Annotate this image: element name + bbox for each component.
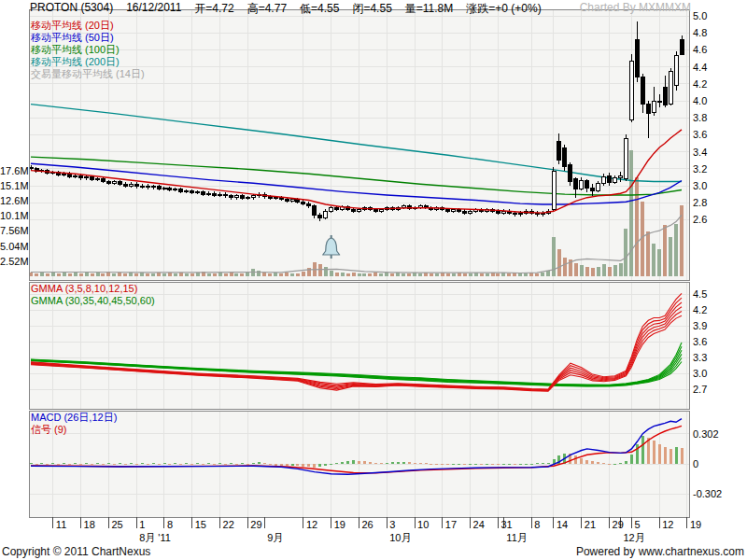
volume-axis-label: 12.6M [0,195,27,206]
date-tick-label: 5 [634,519,640,530]
quote-close: 闭=4.55 [352,1,391,14]
gmma-axis-label: 3.3 [693,352,707,363]
date-tick-label: 15 [195,519,206,530]
main-panel-legend: 移动平均线 (20日)移动平均线 (50日)移动平均线 (100日)移动平均线 … [31,20,145,80]
volume-axis-label: 5.04M [0,241,27,252]
quote-low: 低=4.55 [300,1,339,14]
volume-axis-label: 2.52M [0,256,27,267]
date-tick-label: 29 [613,519,624,530]
legend-item: 移动平均线 (50日) [31,32,145,44]
price-axis-label: 4.8 [693,27,707,38]
price-axis-label: 5.0 [693,10,707,21]
price-axis-label: 3.4 [693,147,707,158]
date-tick-label: 19 [334,519,345,530]
gmma-axis-label: 3.6 [693,336,707,347]
macd-panel [29,411,689,517]
date-tick-label: 21 [585,519,596,530]
volume-axis-label: 17.6M [0,165,27,176]
date-tick-label: 29 [250,519,261,530]
price-axis-label: 4.6 [693,44,707,55]
gmma-axis-label: 3.0 [693,368,707,379]
date-tick-label: 12 [662,519,673,530]
gmma-axis-label: 3.9 [693,320,707,331]
volume-axis-label: 15.1M [0,180,27,191]
price-axis-label: 4.2 [693,78,707,90]
date-tick-label: 12 [306,519,317,530]
month-label: 12月 [623,531,644,545]
price-axis-label: 4.0 [693,95,707,106]
gmma-axis-label: 2.7 [693,384,707,395]
legend-item: 移动平均线 (100日) [31,44,145,56]
gmma-axis-label: 4.5 [693,288,707,300]
symbol-title: PROTON (5304) [30,1,113,14]
date-tick-label: 31 [500,519,512,530]
legend-item: GMMA (30,35,40,45,50,60) [31,295,155,307]
legend-item: 信号 (9) [31,424,117,436]
macd-axis-label: 0 [693,458,698,469]
date-tick-label: 8 [534,519,540,530]
month-label: 10月 [389,531,411,545]
date-tick-label: 3 [389,519,395,530]
date-tick-label: 22 [223,519,234,530]
macd-panel-legend: MACD (26日,12日)信号 (9) [31,412,117,436]
date-tick-label: 8 [167,519,173,530]
date-tick-label: 17 [445,519,457,530]
quote-volume: 量=11.8M [405,1,453,14]
price-axis-label: 3.8 [693,112,707,123]
quote-header: PROTON (5304) 16/12/2011 开=4.72 高=4.77 低… [30,1,542,14]
legend-item: 移动平均线 (20日) [31,20,145,32]
powered-by-text: Powered by www.chartnexus.com [576,545,744,558]
date-tick-label: 14 [557,519,568,530]
month-label: 8月 '11 [139,531,171,545]
quote-high: 高=4.77 [247,1,287,14]
copyright-text: Copyright © 2011 ChartNexus [2,545,150,558]
legend-item: GMMA (3,5,8,10,12,15) [31,283,155,295]
price-axis-label: 2.8 [693,197,707,208]
quote-change: 涨跌=+0 (+0%) [466,1,541,14]
volume-axis-label: 7.56M [0,225,27,236]
volume-axis-label: 10.1M [0,210,27,221]
price-axis-label: 2.6 [693,214,707,225]
date-tick-label: 18 [84,519,95,530]
month-label: 11月 [506,531,527,545]
date-tick-label: 25 [111,519,122,530]
price-axis-label: 3.0 [693,180,707,191]
date-tick-label: 10 [417,519,429,530]
quote-date: 16/12/2011 [126,1,181,14]
quote-open: 开=4.72 [194,1,233,14]
gmma-panel-legend: GMMA (3,5,8,10,12,15)GMMA (30,35,40,45,5… [31,283,155,307]
date-tick-label: 26 [361,519,373,530]
gmma-axis-label: 4.2 [693,304,707,315]
date-tick-label: 24 [473,519,485,530]
legend-item: MACD (26日,12日) [31,412,117,424]
date-tick-label: 11 [56,519,66,530]
chart-canvas[interactable] [0,0,747,560]
price-axis-label: 3.6 [693,129,707,140]
legend-item: 交易量移动平均线 (14日) [31,68,145,80]
price-axis-label: 4.4 [693,62,707,73]
price-axis-label: 3.2 [693,163,707,175]
legend-item: 移动平均线 (200日) [31,56,145,68]
month-label: 9月 [267,531,283,545]
macd-axis-label: -0.302 [693,488,722,499]
charted-by-watermark: Charted By MXMMXM [580,1,691,14]
macd-axis-label: 0.302 [693,428,719,440]
chartnexus-window: PROTON (5304) 16/12/2011 开=4.72 高=4.77 低… [0,0,747,560]
date-tick-label: 19 [690,519,701,530]
date-tick-label: 1 [139,519,145,530]
